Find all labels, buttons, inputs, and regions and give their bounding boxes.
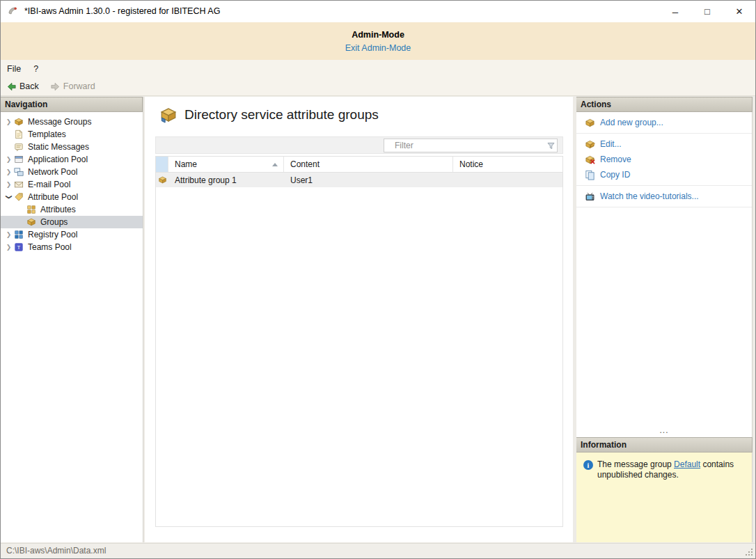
column-label: Content — [290, 159, 320, 169]
minimize-button[interactable]: – — [659, 1, 691, 22]
sidebar-item-label: Teams Pool — [28, 242, 72, 252]
chevron-right-icon[interactable]: ❯ — [4, 156, 13, 163]
admin-mode-banner: Admin-Mode Exit Admin-Mode — [1, 22, 755, 60]
remove-action[interactable]: Remove — [576, 152, 752, 167]
action-group: Edit... Remove Copy ID — [576, 134, 752, 186]
status-path: C:\IBI-aws\Admin\Data.xml — [6, 546, 106, 556]
status-bar: C:\IBI-aws\Admin\Data.xml — [1, 543, 755, 558]
navigation-header: Navigation — [1, 97, 143, 112]
column-header-content[interactable]: Content — [284, 157, 453, 172]
attributes-icon — [26, 204, 37, 215]
chevron-right-icon[interactable]: ❯ — [4, 118, 13, 125]
information-panel: i The message group Default contains unp… — [576, 452, 753, 542]
action-label: Remove — [600, 155, 631, 164]
attribute-group-icon — [158, 175, 167, 184]
attribute-groups-icon — [159, 106, 178, 124]
sidebar-item-email-pool[interactable]: ❯ E-mail Pool — [1, 178, 143, 191]
sidebar-item-groups[interactable]: ❯ Groups — [1, 216, 143, 228]
sidebar-item-label: Registry Pool — [28, 230, 77, 239]
navigation-tree: ❯ Message Groups ❯ Templates ❯ Static Me… — [1, 112, 143, 253]
action-group: Add new group... — [576, 112, 752, 134]
sidebar-item-label: E-mail Pool — [28, 180, 70, 189]
app-icon — [7, 6, 18, 17]
menu-bar: File ? — [1, 60, 755, 77]
add-new-group-action[interactable]: Add new group... — [576, 115, 752, 130]
sidebar-item-label: Groups — [40, 217, 68, 227]
sidebar-item-attributes[interactable]: ❯ Attributes — [1, 203, 143, 216]
sidebar-item-attribute-pool[interactable]: ❯ Attribute Pool — [1, 191, 143, 203]
maximize-button[interactable]: □ — [691, 1, 723, 22]
actions-overflow-indicator[interactable]: ... — [576, 425, 752, 435]
cell-content: User1 — [284, 173, 453, 187]
sidebar-item-templates[interactable]: ❯ Templates — [1, 128, 143, 141]
attribute-groups-table: Name Content Notice Attribute group 1 Us… — [155, 156, 563, 527]
groups-icon — [26, 216, 37, 228]
row-selector-header[interactable] — [156, 157, 168, 172]
filter-placeholder: Filter — [384, 141, 544, 150]
main-content: Directory service attribute groups Filte… — [145, 97, 573, 542]
static-messages-icon — [13, 141, 24, 152]
info-icon: i — [583, 460, 593, 470]
add-group-icon — [584, 117, 595, 128]
table-row[interactable]: Attribute group 1 User1 — [156, 173, 562, 187]
action-group: Watch the video-tutorials... — [576, 186, 752, 207]
column-label: Notice — [459, 159, 483, 169]
sidebar-item-message-groups[interactable]: ❯ Message Groups — [1, 116, 143, 128]
actions-header: Actions — [576, 97, 753, 112]
filter-input[interactable]: Filter — [384, 139, 558, 152]
sidebar-item-label: Static Messages — [28, 142, 89, 152]
copy-id-action[interactable]: Copy ID — [576, 167, 752, 182]
sidebar-item-label: Templates — [28, 129, 66, 139]
forward-button[interactable]: Forward — [45, 77, 101, 96]
default-group-link[interactable]: Default — [674, 459, 700, 469]
filter-funnel-icon[interactable] — [544, 139, 557, 152]
window-title: *IBI-aws Admin 1.30.0 - registered for I… — [24, 6, 220, 16]
edit-group-icon — [584, 139, 595, 150]
chevron-down-icon[interactable]: ❯ — [6, 193, 13, 202]
sidebar-item-application-pool[interactable]: ❯ Application Pool — [1, 153, 143, 166]
sort-ascending-icon — [272, 163, 278, 166]
copy-id-icon — [584, 169, 595, 180]
back-arrow-icon — [6, 81, 17, 92]
close-button[interactable]: ✕ — [723, 1, 755, 22]
sidebar-item-network-pool[interactable]: ❯ Network Pool — [1, 166, 143, 178]
action-label: Add new group... — [600, 118, 663, 127]
title-bar: *IBI-aws Admin 1.30.0 - registered for I… — [1, 1, 755, 22]
remove-group-icon — [584, 154, 595, 165]
sidebar-item-static-messages[interactable]: ❯ Static Messages — [1, 141, 143, 153]
back-button[interactable]: Back — [1, 77, 45, 96]
information-header: Information — [576, 437, 753, 452]
page-heading: Directory service attribute groups — [159, 106, 379, 124]
actions-panel: Add new group... Edit... Remove Copy — [576, 112, 753, 437]
resize-grip-icon[interactable] — [745, 548, 753, 556]
column-header-notice[interactable]: Notice — [453, 157, 562, 172]
column-label: Name — [175, 159, 197, 169]
chevron-right-icon[interactable]: ❯ — [4, 244, 13, 251]
page-title: Directory service attribute groups — [184, 107, 379, 123]
video-tutorials-action[interactable]: Watch the video-tutorials... — [576, 189, 752, 204]
table-header-row: Name Content Notice — [156, 157, 562, 173]
sidebar-item-teams-pool[interactable]: ❯ T Teams Pool — [1, 241, 143, 253]
chevron-right-icon[interactable]: ❯ — [4, 181, 13, 188]
email-pool-icon — [13, 179, 24, 190]
ibi-aws-admin-window: { "window": { "title": "*IBI-aws Admin 1… — [0, 0, 756, 559]
admin-mode-title: Admin-Mode — [1, 22, 755, 40]
sidebar-item-label: Application Pool — [28, 155, 88, 164]
column-header-name[interactable]: Name — [168, 157, 284, 172]
chevron-right-icon[interactable]: ❯ — [4, 231, 13, 238]
edit-action[interactable]: Edit... — [576, 136, 752, 152]
exit-admin-mode-link[interactable]: Exit Admin-Mode — [345, 43, 411, 53]
menu-file[interactable]: File — [1, 60, 27, 77]
chevron-right-icon[interactable]: ❯ — [4, 168, 13, 175]
svg-text:T: T — [17, 244, 21, 251]
forward-arrow-icon — [50, 81, 61, 92]
menu-help[interactable]: ? — [27, 60, 45, 77]
toolbar: Back Forward — [1, 77, 755, 96]
sidebar-item-registry-pool[interactable]: ❯ Registry Pool — [1, 228, 143, 241]
right-panel: Actions Add new group... Edit... Re — [576, 97, 753, 542]
action-label: Watch the video-tutorials... — [600, 191, 699, 201]
sidebar-item-label: Network Pool — [28, 167, 77, 177]
sidebar-item-label: Attributes — [40, 205, 76, 214]
action-label: Edit... — [600, 139, 622, 149]
teams-pool-icon: T — [13, 242, 24, 253]
